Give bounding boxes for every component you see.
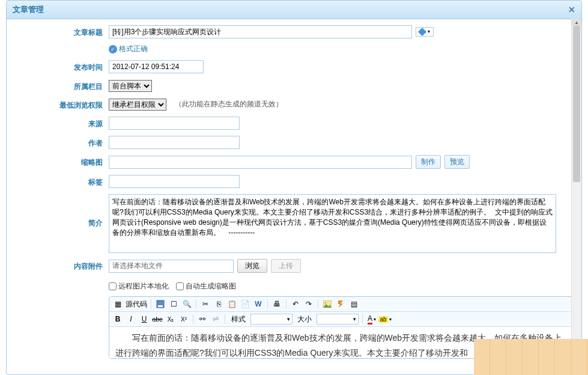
svg-point-3: [325, 302, 327, 304]
upload-button: 上传: [271, 259, 301, 273]
flash-icon[interactable]: [335, 299, 346, 309]
editor-toolbar-2: B I U abc X₂ X² ⚯ ⚯̸ 样式 ▾ 大小 ▾ A▾ ab▾: [109, 312, 575, 327]
scroll-up-arrow[interactable]: ▲: [572, 19, 581, 26]
modal-header: 文章管理 ✕: [7, 1, 581, 19]
strike-icon[interactable]: abc: [152, 314, 163, 325]
label-permission: 最低浏览权限: [13, 98, 109, 111]
tags-input[interactable]: [109, 175, 240, 188]
watermark-overlay: [474, 339, 588, 375]
bg-color-icon[interactable]: ab▾: [380, 314, 390, 325]
save-icon[interactable]: [155, 299, 166, 309]
underline-icon[interactable]: U: [139, 314, 150, 325]
label-source: 来源: [13, 117, 109, 130]
check-icon: ✓: [109, 45, 117, 53]
scroll-thumb[interactable]: [573, 26, 580, 182]
close-icon[interactable]: ✕: [568, 5, 575, 14]
title-validation: ✓ 格式正确: [109, 44, 148, 54]
paste-word-icon[interactable]: W: [253, 299, 264, 309]
new-page-icon[interactable]: ☐: [168, 299, 179, 309]
print-icon[interactable]: 🖶: [271, 299, 282, 309]
size-label: 大小: [295, 314, 314, 325]
redo-icon[interactable]: ↷: [303, 299, 314, 309]
italic-icon[interactable]: I: [126, 314, 136, 325]
label-author: 作者: [13, 136, 109, 149]
undo-icon[interactable]: ↶: [290, 299, 301, 309]
label-summary: 简介: [13, 194, 109, 253]
style-label: 样式: [229, 314, 248, 325]
link-icon[interactable]: ⚯: [197, 314, 208, 325]
attachment-input[interactable]: [109, 260, 234, 273]
label-attachment: 内容附件: [13, 259, 109, 273]
label-publish-time: 发布时间: [13, 60, 109, 73]
title-color-picker[interactable]: ▾: [416, 27, 434, 37]
permission-select[interactable]: 继承栏目权限: [109, 99, 166, 111]
image-icon[interactable]: [322, 299, 333, 309]
publish-time-input[interactable]: [109, 60, 204, 73]
make-button[interactable]: 制作: [416, 155, 441, 169]
style-select[interactable]: ▾: [250, 314, 292, 325]
chevron-down-icon: ▾: [428, 29, 430, 35]
copy-icon[interactable]: ⎘: [213, 299, 224, 309]
preview-icon[interactable]: 🔍: [181, 299, 192, 309]
superscript-icon[interactable]: X²: [178, 314, 189, 325]
cut-icon[interactable]: ✂: [200, 299, 211, 309]
remote-image-checkbox-label[interactable]: 远程图片本地化: [109, 281, 169, 291]
permission-note: （此功能在静态生成的频道无效）: [175, 99, 283, 109]
label-title: 文章标题: [13, 25, 109, 54]
summary-textarea[interactable]: 写在前面的话：随着移动设备的逐渐普及和Web技术的发展，跨端的Web开发需求将会…: [109, 194, 556, 253]
editor-toolbar-1: ▦ 源代码 ☐ 🔍 ✂ ⎘ 📋 📄 W 🖶 ↶ ↷ ▤: [109, 297, 575, 312]
validation-text: 格式正确: [119, 44, 148, 54]
category-select[interactable]: 前台脚本: [109, 80, 152, 92]
svg-rect-1: [158, 305, 163, 307]
size-select[interactable]: ▾: [317, 314, 359, 325]
auto-thumb-checkbox[interactable]: [176, 282, 184, 290]
title-input[interactable]: [109, 25, 412, 38]
modal-body: 文章标题 ▾ ✓ 格式正确 发布时间: [7, 19, 581, 374]
source-input[interactable]: [109, 117, 240, 130]
source-code-button[interactable]: 源代码: [126, 299, 147, 309]
subscript-icon[interactable]: X₂: [165, 314, 176, 325]
thumbnail-input[interactable]: [109, 156, 412, 169]
label-thumbnail: 缩略图: [13, 155, 109, 169]
paste-icon[interactable]: 📋: [226, 299, 237, 309]
author-input[interactable]: [109, 136, 240, 149]
label-category: 所属栏目: [13, 79, 109, 92]
paint-icon: [418, 28, 426, 36]
source-icon[interactable]: ▦: [112, 299, 123, 309]
modal-title: 文章管理: [13, 4, 44, 15]
unlink-icon[interactable]: ⚯̸: [210, 314, 221, 325]
text-color-icon[interactable]: A▾: [366, 314, 377, 325]
scrollbar[interactable]: ▲ ▼: [571, 19, 581, 373]
bold-icon[interactable]: B: [112, 314, 123, 325]
table-icon[interactable]: ▤: [348, 299, 359, 309]
remote-image-checkbox[interactable]: [109, 282, 117, 290]
browse-button[interactable]: 浏览: [237, 259, 267, 273]
auto-thumb-checkbox-label[interactable]: 自动生成缩略图: [176, 281, 236, 291]
article-modal: 文章管理 ✕ 文章标题 ▾ ✓ 格式正确 发布时间: [6, 0, 582, 375]
label-tags: 标签: [13, 175, 109, 188]
preview-button[interactable]: 预览: [444, 155, 470, 169]
paste-text-icon[interactable]: 📄: [240, 299, 250, 309]
